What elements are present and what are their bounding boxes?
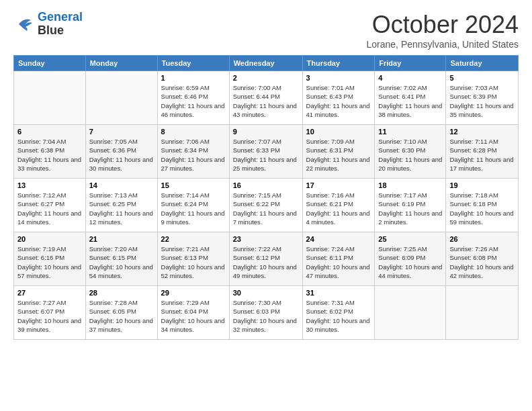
day-cell: 20Sunrise: 7:19 AMSunset: 6:16 PMDayligh…: [14, 232, 86, 286]
day-info: Sunrise: 7:07 AMSunset: 6:33 PMDaylight:…: [233, 137, 299, 173]
day-info: Sunrise: 7:10 AMSunset: 6:30 PMDaylight:…: [378, 137, 442, 173]
day-number: 1: [161, 74, 226, 82]
day-info: Sunrise: 7:18 AMSunset: 6:18 PMDaylight:…: [449, 191, 515, 226]
day-cell: 9Sunrise: 7:07 AMSunset: 6:33 PMDaylight…: [229, 125, 302, 179]
day-info: Sunrise: 7:20 AMSunset: 6:15 PMDaylight:…: [89, 244, 154, 280]
month-title: October 2024: [367, 11, 519, 39]
day-info: Sunrise: 7:30 AMSunset: 6:03 PMDaylight:…: [233, 298, 299, 334]
location: Lorane, Pennsylvania, United States: [367, 39, 519, 50]
week-row-3: 20Sunrise: 7:19 AMSunset: 6:16 PMDayligh…: [14, 232, 519, 286]
day-cell: 24Sunrise: 7:24 AMSunset: 6:11 PMDayligh…: [302, 232, 375, 286]
day-cell: [375, 286, 446, 340]
day-number: 6: [17, 128, 82, 136]
day-number: 10: [306, 128, 371, 136]
weekday-tuesday: Tuesday: [157, 56, 229, 71]
day-number: 12: [449, 128, 515, 136]
day-cell: 22Sunrise: 7:21 AMSunset: 6:13 PMDayligh…: [157, 232, 229, 286]
day-cell: [14, 71, 86, 125]
day-number: 16: [233, 181, 299, 189]
day-info: Sunrise: 7:16 AMSunset: 6:21 PMDaylight:…: [306, 191, 371, 226]
day-info: Sunrise: 7:29 AMSunset: 6:04 PMDaylight:…: [161, 298, 226, 334]
day-number: 8: [161, 128, 226, 136]
day-cell: 1Sunrise: 6:59 AMSunset: 6:46 PMDaylight…: [157, 71, 229, 125]
day-number: 31: [306, 289, 371, 297]
weekday-thursday: Thursday: [302, 56, 375, 71]
day-number: 15: [161, 181, 226, 189]
day-cell: 28Sunrise: 7:28 AMSunset: 6:05 PMDayligh…: [85, 286, 157, 340]
day-cell: 2Sunrise: 7:00 AMSunset: 6:44 PMDaylight…: [229, 71, 302, 125]
day-info: Sunrise: 7:01 AMSunset: 6:43 PMDaylight:…: [306, 83, 371, 119]
logo-text: GeneralBlue: [38, 11, 83, 38]
day-number: 25: [378, 235, 442, 243]
day-cell: 10Sunrise: 7:09 AMSunset: 6:31 PMDayligh…: [302, 125, 375, 179]
day-number: 29: [161, 289, 226, 297]
day-cell: 12Sunrise: 7:11 AMSunset: 6:28 PMDayligh…: [446, 125, 519, 179]
day-cell: 4Sunrise: 7:02 AMSunset: 6:41 PMDaylight…: [375, 71, 446, 125]
day-info: Sunrise: 7:28 AMSunset: 6:05 PMDaylight:…: [89, 298, 154, 334]
day-info: Sunrise: 7:12 AMSunset: 6:27 PMDaylight:…: [17, 191, 82, 226]
day-cell: 8Sunrise: 7:06 AMSunset: 6:34 PMDaylight…: [157, 125, 229, 179]
day-info: Sunrise: 7:24 AMSunset: 6:11 PMDaylight:…: [306, 244, 371, 280]
day-number: 7: [89, 128, 154, 136]
weekday-friday: Friday: [375, 56, 446, 71]
day-info: Sunrise: 7:00 AMSunset: 6:44 PMDaylight:…: [233, 83, 299, 119]
day-cell: 5Sunrise: 7:03 AMSunset: 6:39 PMDaylight…: [446, 71, 519, 125]
day-info: Sunrise: 6:59 AMSunset: 6:46 PMDaylight:…: [161, 83, 226, 119]
day-info: Sunrise: 7:21 AMSunset: 6:13 PMDaylight:…: [161, 244, 226, 280]
day-cell: 23Sunrise: 7:22 AMSunset: 6:12 PMDayligh…: [229, 232, 302, 286]
day-number: 11: [378, 128, 442, 136]
day-number: 24: [306, 235, 371, 243]
day-cell: 11Sunrise: 7:10 AMSunset: 6:30 PMDayligh…: [375, 125, 446, 179]
page-header: GeneralBlue October 2024 Lorane, Pennsyl…: [13, 11, 519, 50]
calendar-body: 1Sunrise: 6:59 AMSunset: 6:46 PMDaylight…: [14, 71, 519, 340]
day-info: Sunrise: 7:04 AMSunset: 6:38 PMDaylight:…: [17, 137, 82, 173]
day-cell: 31Sunrise: 7:31 AMSunset: 6:02 PMDayligh…: [302, 286, 375, 340]
day-info: Sunrise: 7:26 AMSunset: 6:08 PMDaylight:…: [449, 244, 515, 280]
day-info: Sunrise: 7:03 AMSunset: 6:39 PMDaylight:…: [449, 83, 515, 119]
day-number: 13: [17, 181, 82, 189]
weekday-monday: Monday: [85, 56, 157, 71]
weekday-header-row: SundayMondayTuesdayWednesdayThursdayFrid…: [14, 56, 519, 71]
day-info: Sunrise: 7:02 AMSunset: 6:41 PMDaylight:…: [378, 83, 442, 119]
day-cell: 19Sunrise: 7:18 AMSunset: 6:18 PMDayligh…: [446, 179, 519, 232]
weekday-sunday: Sunday: [14, 56, 86, 71]
day-number: 18: [378, 181, 442, 189]
day-number: 27: [17, 289, 82, 297]
day-cell: 26Sunrise: 7:26 AMSunset: 6:08 PMDayligh…: [446, 232, 519, 286]
day-cell: 17Sunrise: 7:16 AMSunset: 6:21 PMDayligh…: [302, 179, 375, 232]
calendar-table: SundayMondayTuesdayWednesdayThursdayFrid…: [13, 55, 519, 340]
day-info: Sunrise: 7:06 AMSunset: 6:34 PMDaylight:…: [161, 137, 226, 173]
day-info: Sunrise: 7:22 AMSunset: 6:12 PMDaylight:…: [233, 244, 299, 280]
day-number: 5: [449, 74, 515, 82]
day-cell: 30Sunrise: 7:30 AMSunset: 6:03 PMDayligh…: [229, 286, 302, 340]
weekday-saturday: Saturday: [446, 56, 519, 71]
week-row-0: 1Sunrise: 6:59 AMSunset: 6:46 PMDaylight…: [14, 71, 519, 125]
day-number: 2: [233, 74, 299, 82]
day-number: 3: [306, 74, 371, 82]
week-row-1: 6Sunrise: 7:04 AMSunset: 6:38 PMDaylight…: [14, 125, 519, 179]
day-cell: 29Sunrise: 7:29 AMSunset: 6:04 PMDayligh…: [157, 286, 229, 340]
day-cell: 18Sunrise: 7:17 AMSunset: 6:19 PMDayligh…: [375, 179, 446, 232]
day-cell: 3Sunrise: 7:01 AMSunset: 6:43 PMDaylight…: [302, 71, 375, 125]
day-info: Sunrise: 7:14 AMSunset: 6:24 PMDaylight:…: [161, 191, 226, 226]
day-info: Sunrise: 7:13 AMSunset: 6:25 PMDaylight:…: [89, 191, 154, 226]
day-cell: 15Sunrise: 7:14 AMSunset: 6:24 PMDayligh…: [157, 179, 229, 232]
weekday-wednesday: Wednesday: [229, 56, 302, 71]
week-row-4: 27Sunrise: 7:27 AMSunset: 6:07 PMDayligh…: [14, 286, 519, 340]
day-number: 19: [449, 181, 515, 189]
day-number: 23: [233, 235, 299, 243]
day-info: Sunrise: 7:31 AMSunset: 6:02 PMDaylight:…: [306, 298, 371, 334]
day-number: 28: [89, 289, 154, 297]
day-info: Sunrise: 7:09 AMSunset: 6:31 PMDaylight:…: [306, 137, 371, 173]
day-info: Sunrise: 7:19 AMSunset: 6:16 PMDaylight:…: [17, 244, 82, 280]
day-info: Sunrise: 7:11 AMSunset: 6:28 PMDaylight:…: [449, 137, 515, 173]
day-number: 26: [449, 235, 515, 243]
day-cell: 7Sunrise: 7:05 AMSunset: 6:36 PMDaylight…: [85, 125, 157, 179]
day-info: Sunrise: 7:25 AMSunset: 6:09 PMDaylight:…: [378, 244, 442, 280]
logo-icon: [13, 15, 35, 34]
day-number: 20: [17, 235, 82, 243]
day-number: 21: [89, 235, 154, 243]
day-cell: 25Sunrise: 7:25 AMSunset: 6:09 PMDayligh…: [375, 232, 446, 286]
logo: GeneralBlue: [13, 11, 83, 38]
day-number: 22: [161, 235, 226, 243]
